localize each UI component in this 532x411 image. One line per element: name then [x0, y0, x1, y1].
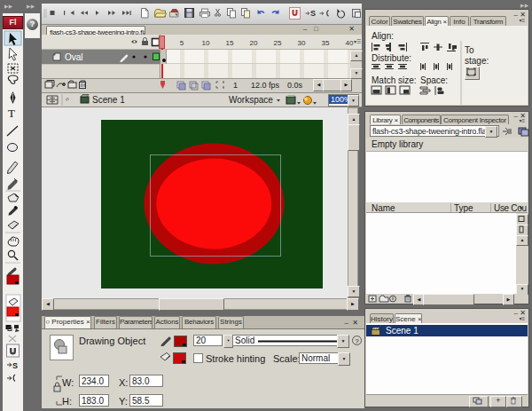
svg-text:S: S — [12, 361, 18, 370]
svg-text:10: 10 — [202, 39, 210, 47]
svg-text:5: 5 — [180, 39, 184, 47]
svg-text:0.0s: 0.0s — [287, 81, 303, 90]
svg-text:Workspace: Workspace — [229, 95, 273, 105]
svg-text:40: 40 — [346, 39, 354, 47]
svg-text:15: 15 — [226, 39, 234, 47]
svg-text:T: T — [8, 107, 15, 120]
svg-text:25: 25 — [274, 39, 282, 47]
svg-text:Oval: Oval — [65, 52, 83, 62]
svg-text:30: 30 — [298, 39, 306, 47]
svg-text:Scene 1: Scene 1 — [92, 95, 125, 105]
svg-text:S: S — [310, 9, 316, 18]
svg-text:35: 35 — [322, 39, 330, 47]
svg-text:1: 1 — [233, 81, 238, 90]
svg-text:20: 20 — [250, 39, 258, 47]
svg-text:12.0 fps: 12.0 fps — [251, 81, 280, 90]
